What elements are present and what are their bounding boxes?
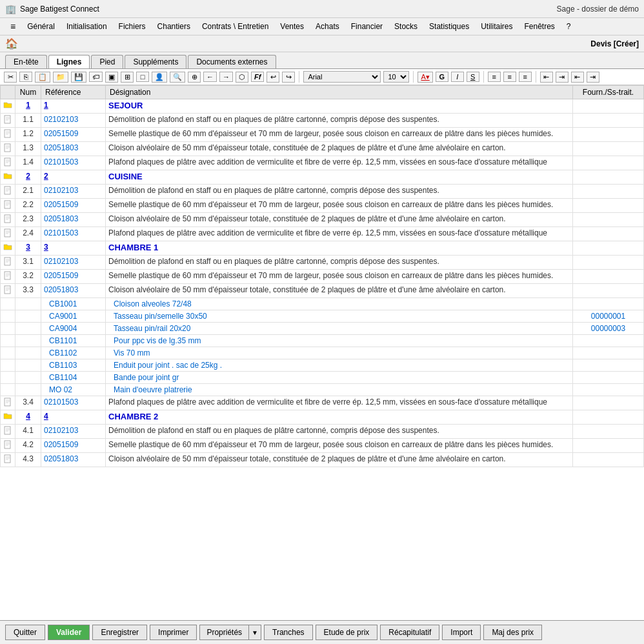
tb-search[interactable]: 🔍 <box>170 72 185 83</box>
home-icon[interactable]: 🏠 <box>5 37 18 50</box>
menu-help[interactable]: ? <box>561 21 576 32</box>
menu-utilitaires[interactable]: Utilitaires <box>476 21 518 32</box>
table-row[interactable]: 3.3 02051803 Cloison alvéolaire de 50 mm… <box>1 284 644 298</box>
table-row[interactable]: 2.1 02102103 Démolition de plafond en st… <box>1 185 644 199</box>
proprietes-button[interactable]: Propriétés <box>199 625 248 640</box>
tab-pied[interactable]: Pied <box>91 55 123 68</box>
tb-paste[interactable]: 📋 <box>35 72 50 83</box>
table-row[interactable]: 2.3 02051803 Cloison alvéolaire de 50 mm… <box>1 213 644 227</box>
table-row[interactable]: 1.4 02101503 Plafond plaques de plâtre a… <box>1 156 644 170</box>
maj-des-prix-button[interactable]: Maj des prix <box>483 625 542 640</box>
row-ref: MO 02 <box>41 384 106 396</box>
tb-search2[interactable]: ⊕ <box>188 72 201 83</box>
tb-outdent[interactable]: ⇤ <box>540 72 553 83</box>
menu-general[interactable]: Général <box>22 21 60 32</box>
tranches-button[interactable]: Tranches <box>264 625 313 640</box>
tb-hex[interactable]: ⬡ <box>236 72 248 83</box>
tb-save[interactable]: 💾 <box>71 72 86 83</box>
enregistrer-button[interactable]: Enregistrer <box>92 625 147 640</box>
menu-financier[interactable]: Financier <box>346 21 388 32</box>
table-row[interactable]: CA9004 Tasseau pin/rail 20x20 00000003 <box>1 323 644 335</box>
menu-contrats[interactable]: Contrats \ Entretien <box>197 21 274 32</box>
tb-list-decrease[interactable]: ⇤ <box>571 72 584 83</box>
proprietes-arrow[interactable]: ▼ <box>248 625 261 640</box>
font-select[interactable]: Arial Times New Roman Courier New <box>303 71 381 83</box>
table-row[interactable]: 4 4 CHAMBRE 2 <box>1 410 644 425</box>
tb-new-folder[interactable]: 📁 <box>53 72 68 83</box>
tb-underline[interactable]: S <box>467 72 479 82</box>
tab-entete[interactable]: En-tête <box>5 55 47 68</box>
recapitulatif-button[interactable]: Récapitulatif <box>380 625 439 640</box>
table-row[interactable]: 1.1 02102103 Démolition de plafond en st… <box>1 114 644 128</box>
etude-de-prix-button[interactable]: Etude de prix <box>316 625 378 640</box>
tb-bold[interactable]: G <box>436 72 448 82</box>
row-designation: Cloison alvéolaire de 50 mm d'épaisseur … <box>106 142 573 156</box>
tb-redo[interactable]: ↪ <box>282 72 295 83</box>
table-row[interactable]: CB1104 Bande pour joint gr <box>1 372 644 384</box>
table-row[interactable]: 3.2 02051509 Semelle plastique de 60 mm … <box>1 270 644 284</box>
tab-supplements[interactable]: Suppléments <box>125 55 186 68</box>
tb-user[interactable]: 👤 <box>152 72 167 83</box>
table-row[interactable]: 3 3 CHAMBRE 1 <box>1 241 644 256</box>
table-row[interactable]: CB1103 Enduit pour joint . sac de 25kg . <box>1 359 644 372</box>
table-row[interactable]: 4.1 02102103 Démolition de plafond en st… <box>1 425 644 439</box>
table-row[interactable]: 2.4 02101503 Plafond plaques de plâtre a… <box>1 227 644 241</box>
row-designation: Main d'oeuvre platrerie <box>106 384 573 396</box>
table-row[interactable]: MO 02 Main d'oeuvre platrerie <box>1 384 644 396</box>
tb-undo[interactable]: ↩ <box>267 72 279 83</box>
table-row[interactable]: 1 1 SEJOUR <box>1 99 644 114</box>
tb-box[interactable]: ▣ <box>105 72 118 83</box>
valider-button[interactable]: Valider <box>48 625 90 640</box>
menu-initialisation[interactable]: Initialisation <box>61 21 112 32</box>
tb-arrow-left[interactable]: ← <box>203 72 217 82</box>
tb-cut[interactable]: ✂ <box>4 72 17 83</box>
font-size-select[interactable]: 10 8 9 11 12 <box>383 71 409 83</box>
main-table-container[interactable]: Num Référence Désignation Fourn./Ss-trai… <box>0 85 644 644</box>
table-row[interactable]: 2.2 02051509 Semelle plastique de 60 mm … <box>1 199 644 213</box>
table-row[interactable]: 3.1 02102103 Démolition de plafond en st… <box>1 256 644 270</box>
tb-indent[interactable]: ⇥ <box>556 72 569 83</box>
tb-tag[interactable]: 🏷 <box>89 72 103 82</box>
table-row[interactable]: CB1101 Pour ppc vis de lg.35 mm <box>1 335 644 347</box>
menu-hamburger[interactable]: ≡ <box>5 20 21 33</box>
tb-align-center[interactable]: ≡ <box>503 72 516 82</box>
sep3 <box>483 71 484 83</box>
tb-list-increase[interactable]: ⇥ <box>587 72 599 83</box>
tab-lignes[interactable]: Lignes <box>48 55 90 68</box>
table-row[interactable]: 1.3 02051803 Cloison alvéolaire de 50 mm… <box>1 142 644 156</box>
row-designation: Démolition de plafond en staff ou en pla… <box>106 425 573 439</box>
menu-statistiques[interactable]: Statistiques <box>424 21 474 32</box>
row-designation: Semelle plastique de 60 mm d'épaisseur e… <box>106 199 573 213</box>
row-designation: Bande pour joint gr <box>106 372 573 384</box>
import-button[interactable]: Import <box>442 625 481 640</box>
table-row[interactable]: 2 2 CUISINE <box>1 170 644 185</box>
tb-italic[interactable]: I <box>451 72 464 82</box>
quitter-button[interactable]: Quitter <box>5 625 45 640</box>
row-ref: 02051509 <box>41 128 106 142</box>
menu-achats[interactable]: Achats <box>310 21 345 32</box>
tab-documents-externes[interactable]: Documents externes <box>188 55 276 68</box>
tb-table[interactable]: ⊞ <box>121 72 134 83</box>
table-row[interactable]: 1.2 02051509 Semelle plastique de 60 mm … <box>1 128 644 142</box>
imprimer-button[interactable]: Imprimer <box>150 625 197 640</box>
row-fourn <box>573 384 644 396</box>
tb-font-color[interactable]: A▾ <box>418 72 432 83</box>
table-row[interactable]: CA9001 Tasseau pin/semelle 30x50 0000000… <box>1 310 644 323</box>
tb-align-left[interactable]: ≡ <box>488 72 501 82</box>
table-row[interactable]: 4.3 02051803 Cloison alvéolaire de 50 mm… <box>1 453 644 467</box>
tb-copy[interactable]: ⎘ <box>19 72 32 82</box>
menu-ventes[interactable]: Ventes <box>275 21 309 32</box>
menu-stocks[interactable]: Stocks <box>389 21 423 32</box>
row-fourn <box>573 99 644 114</box>
table-row[interactable]: 3.4 02101503 Plafond plaques de plâtre a… <box>1 396 644 410</box>
table-row[interactable]: 4.2 02051509 Semelle plastique de 60 mm … <box>1 439 644 453</box>
tb-empty[interactable]: □ <box>136 72 149 82</box>
menu-chantiers[interactable]: Chantiers <box>152 21 196 32</box>
tb-font-ff[interactable]: Ff <box>251 72 264 82</box>
tb-align-right[interactable]: ≡ <box>519 72 532 82</box>
tb-arrow-right[interactable]: → <box>219 72 233 82</box>
table-row[interactable]: CB1001 Cloison alveoles 72/48 <box>1 298 644 310</box>
menu-fenetres[interactable]: Fenêtres <box>519 21 560 32</box>
menu-fichiers[interactable]: Fichiers <box>114 21 151 32</box>
table-row[interactable]: CB1102 Vis 70 mm <box>1 347 644 359</box>
